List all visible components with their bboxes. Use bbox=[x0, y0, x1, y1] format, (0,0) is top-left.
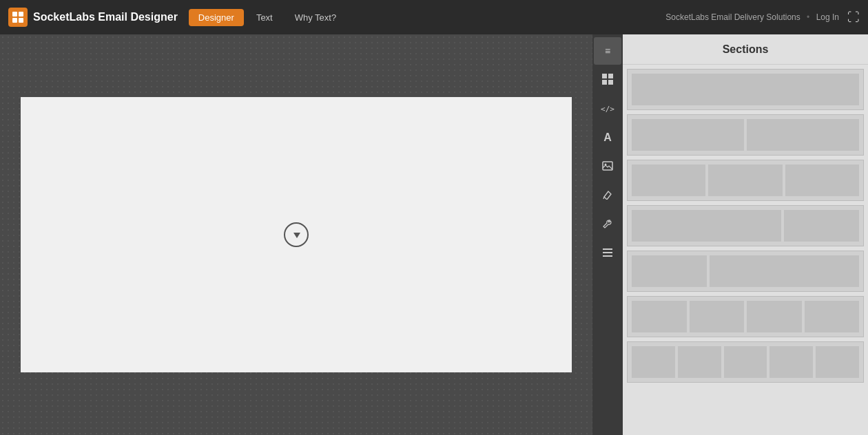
section-col bbox=[708, 165, 782, 196]
nav-tabs: Designer Text Why Text? bbox=[189, 9, 346, 26]
sections-title: Sections bbox=[723, 43, 769, 56]
sidebar-btn-grid[interactable] bbox=[594, 66, 621, 94]
sections-header: Sections bbox=[623, 34, 868, 65]
section-col bbox=[724, 346, 767, 378]
section-col bbox=[678, 346, 721, 378]
svg-rect-5 bbox=[608, 74, 613, 78]
svg-rect-1 bbox=[19, 12, 23, 17]
wrench-icon bbox=[603, 219, 612, 231]
section-col bbox=[816, 346, 859, 378]
section-col bbox=[805, 301, 860, 332]
right-action[interactable]: Log In bbox=[816, 12, 839, 22]
section-col bbox=[785, 165, 859, 196]
sections-grid bbox=[623, 65, 868, 435]
grid-icon bbox=[602, 74, 613, 87]
text-icon: A bbox=[603, 131, 612, 144]
tab-designer[interactable]: Designer bbox=[189, 9, 244, 26]
logo-area: SocketLabs Email Designer bbox=[8, 8, 178, 27]
app-title: SocketLabs Email Designer bbox=[33, 11, 178, 23]
email-canvas bbox=[21, 97, 572, 372]
cursor-indicator bbox=[284, 222, 309, 247]
section-col-narrow bbox=[632, 255, 707, 287]
section-col-narrow bbox=[784, 210, 859, 242]
right-link[interactable]: SocketLabs Email Delivery Solutions bbox=[665, 12, 800, 22]
sidebar-btn-wrench[interactable] bbox=[594, 211, 621, 238]
sidebar-btn-image[interactable] bbox=[594, 153, 621, 180]
section-col bbox=[632, 346, 675, 378]
topbar: SocketLabs Email Designer Designer Text … bbox=[0, 0, 868, 34]
svg-rect-10 bbox=[603, 248, 612, 250]
section-col-wide bbox=[710, 255, 859, 287]
sidebar-btn-list[interactable] bbox=[594, 240, 621, 267]
sidebar-btn-menu[interactable]: ≡ bbox=[594, 37, 621, 65]
section-col bbox=[632, 74, 859, 105]
sidebar-btn-text[interactable]: A bbox=[594, 124, 621, 151]
section-layout-wide-right[interactable] bbox=[627, 251, 864, 292]
logo-icon bbox=[8, 8, 28, 27]
section-col bbox=[769, 346, 813, 378]
cursor-arrow-icon bbox=[293, 233, 300, 238]
main-area: ≡ </> A bbox=[0, 34, 868, 435]
section-col bbox=[690, 301, 745, 332]
expand-button[interactable]: ⛶ bbox=[847, 10, 860, 25]
svg-rect-3 bbox=[19, 18, 23, 23]
pen-icon bbox=[603, 190, 612, 202]
svg-rect-7 bbox=[608, 80, 613, 85]
section-layout-2col[interactable] bbox=[627, 114, 864, 156]
svg-rect-2 bbox=[12, 18, 17, 23]
code-icon: </> bbox=[601, 105, 614, 114]
tab-whytext[interactable]: Why Text? bbox=[285, 9, 346, 26]
svg-rect-8 bbox=[603, 162, 612, 170]
section-layout-wide-left[interactable] bbox=[627, 205, 864, 246]
svg-rect-0 bbox=[12, 12, 17, 17]
sidebar-icon-strip: ≡ </> A bbox=[592, 34, 623, 435]
section-col-wide bbox=[632, 210, 781, 242]
section-col bbox=[747, 301, 802, 332]
svg-rect-4 bbox=[602, 74, 607, 78]
section-layout-1col[interactable] bbox=[627, 69, 864, 110]
list-icon bbox=[603, 248, 612, 259]
sections-panel: Sections bbox=[623, 34, 868, 435]
sidebar-btn-pen[interactable] bbox=[594, 182, 621, 209]
section-layout-5col[interactable] bbox=[627, 341, 864, 383]
section-col bbox=[632, 165, 705, 196]
svg-rect-11 bbox=[603, 252, 612, 253]
section-col bbox=[632, 119, 744, 151]
section-layout-4col[interactable] bbox=[627, 296, 864, 337]
image-icon bbox=[602, 160, 613, 173]
tab-text[interactable]: Text bbox=[247, 9, 282, 26]
menu-icon: ≡ bbox=[605, 45, 610, 56]
topbar-right: SocketLabs Email Delivery Solutions • Lo… bbox=[665, 12, 839, 22]
section-col bbox=[747, 119, 859, 151]
section-col bbox=[632, 301, 687, 332]
svg-rect-12 bbox=[603, 255, 612, 257]
canvas-area bbox=[0, 34, 592, 435]
section-layout-3col[interactable] bbox=[627, 160, 864, 201]
svg-rect-6 bbox=[602, 80, 607, 85]
sidebar-btn-code[interactable]: </> bbox=[594, 95, 621, 123]
